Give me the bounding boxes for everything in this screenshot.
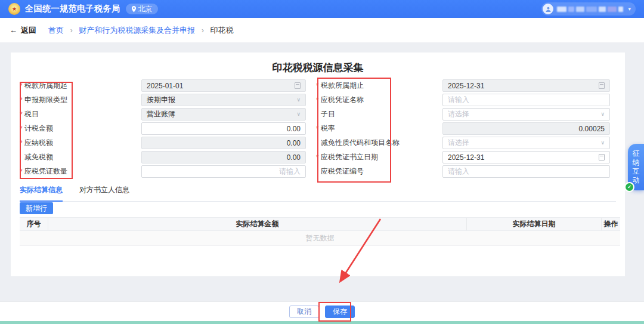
required-mark: * [316, 82, 320, 90]
table-header-row: 序号 实际结算金额 实际结算日期 操作 [20, 218, 620, 231]
location-selector[interactable]: 北京 [126, 4, 158, 14]
tab-counterparty-info[interactable]: 对方书立人信息 [79, 185, 129, 201]
breadcrumb-home[interactable]: 首页 [48, 26, 64, 35]
column-header-settlement-date: 实际结算日期 [466, 218, 601, 230]
chevron-down-icon: ∨ [296, 112, 301, 117]
tax-period-end-datepicker: 2025-12-31 [442, 79, 610, 92]
voucher-quantity-input[interactable]: 请输入 [141, 165, 306, 178]
column-header-index: 序号 [20, 219, 48, 229]
add-row-button[interactable]: 新增行 [20, 202, 53, 214]
interaction-widget-button[interactable]: 征纳互动 ✔ [628, 144, 644, 190]
table-empty-state: 暂无数据 [20, 231, 620, 246]
required-mark: * [316, 153, 320, 162]
required-mark: * [20, 82, 23, 90]
field-label-taxable-amount: *计税金额 [20, 124, 141, 134]
interaction-check-icon: ✔ [624, 182, 634, 192]
field-label-voucher-quantity: *应税凭证数量 [20, 166, 141, 177]
chevron-down-icon: ∨ [600, 140, 605, 146]
voucher-number-input[interactable]: 请输入 [442, 165, 610, 178]
field-label-tax-period-end: *税款所属期止 [316, 81, 442, 91]
user-avatar-icon [543, 4, 553, 14]
tab-actual-settlement-info[interactable]: 实际结算信息 [20, 185, 63, 202]
required-mark: * [20, 110, 23, 119]
breadcrumb-current: 印花税 [210, 26, 234, 35]
tax-rate-field: 0.00025 [442, 122, 610, 135]
settlement-table: 序号 实际结算金额 实际结算日期 操作 暂无数据 [20, 217, 620, 246]
reduced-tax-field: 0.00 [141, 151, 306, 163]
field-label-filing-deadline-type: *申报期限类型 [20, 95, 141, 105]
back-button[interactable]: ← 返回 [10, 25, 36, 36]
cancel-button[interactable]: 取消 [289, 306, 319, 318]
top-bar: ★ 全国统一规范电子税务局 北京 ▾ [0, 0, 644, 18]
user-name-redacted [557, 7, 623, 12]
taxable-amount-input[interactable]: 0.00 [141, 122, 306, 135]
column-header-actions: 操作 [601, 218, 620, 230]
page-title: 印花税税源信息采集 [11, 53, 625, 75]
back-arrow-icon: ← [10, 26, 17, 35]
footer-accent-strip [0, 321, 644, 324]
filing-deadline-type-select: 按期申报∨ [141, 94, 306, 106]
tax-payable-field: 0.00 [141, 137, 306, 149]
tax-item-select: 营业账簿∨ [141, 108, 306, 121]
tax-period-start-datepicker: 2025-01-01 [141, 79, 306, 92]
voucher-signing-datepicker[interactable]: 2025-12-31 [442, 151, 610, 163]
user-account-menu[interactable]: ▾ [541, 2, 636, 16]
required-mark: * [20, 96, 23, 104]
location-pin-icon [131, 6, 137, 13]
detail-tabs: 实际结算信息 对方书立人信息 [20, 185, 616, 202]
back-label: 返回 [21, 25, 36, 36]
interaction-widget-label: 征纳互动 [632, 149, 640, 185]
field-label-tax-item: *税目 [20, 109, 141, 119]
breadcrumb-separator: › [202, 26, 204, 35]
required-mark: * [316, 96, 320, 104]
sub-item-select[interactable]: 请选择∨ [442, 108, 610, 121]
breadcrumb: 首页 › 财产和行为税税源采集及合并申报 › 印花税 [48, 25, 234, 36]
tax-source-form: *税款所属期起 2025-01-01 *税款所属期止 2025-12-31 *申… [20, 79, 620, 178]
national-emblem-logo: ★ [8, 3, 20, 15]
required-mark: * [20, 125, 23, 133]
required-mark: * [316, 125, 320, 133]
field-label-reduced-tax: 减免税额 [20, 152, 141, 162]
field-label-reduction-code-name: 减免性质代码和项目名称 [316, 138, 442, 148]
breadcrumb-separator: › [70, 26, 73, 35]
field-label-voucher-number: 应税凭证编号 [316, 166, 442, 177]
field-label-voucher-signing-date: *应税凭证书立日期 [316, 152, 442, 162]
chevron-down-icon: ∨ [296, 97, 301, 103]
stamp-tax-form-card: 印花税税源信息采集 *税款所属期起 2025-01-01 *税款所属期止 202… [11, 53, 625, 276]
column-header-settlement-amount: 实际结算金额 [48, 218, 466, 230]
calendar-icon [599, 154, 605, 161]
reduction-code-select[interactable]: 请选择∨ [442, 137, 610, 149]
save-button[interactable]: 保存 [325, 306, 355, 318]
required-mark: * [20, 168, 23, 176]
required-mark: * [20, 139, 23, 147]
breadcrumb-collection[interactable]: 财产和行为税税源采集及合并申报 [79, 26, 195, 35]
field-label-sub-item: 子目 [316, 109, 442, 119]
field-label-taxable-voucher-name: *应税凭证名称 [316, 95, 442, 105]
calendar-icon [295, 82, 301, 89]
caret-down-icon: ▾ [628, 6, 631, 12]
field-label-tax-rate: *税率 [316, 124, 442, 134]
footer-action-bar: 取消 保存 [0, 301, 644, 321]
taxable-voucher-name-input[interactable]: 请输入 [442, 94, 610, 106]
breadcrumb-bar: ← 返回 首页 › 财产和行为税税源采集及合并申报 › 印花税 [0, 18, 644, 42]
chevron-down-icon: ∨ [600, 112, 605, 117]
emblem-star: ★ [12, 7, 17, 12]
app-title: 全国统一规范电子税务局 [25, 4, 120, 14]
calendar-icon [599, 82, 605, 89]
location-label: 北京 [138, 4, 153, 14]
field-label-tax-period-start: *税款所属期起 [20, 81, 141, 91]
field-label-tax-payable: *应纳税额 [20, 138, 141, 148]
